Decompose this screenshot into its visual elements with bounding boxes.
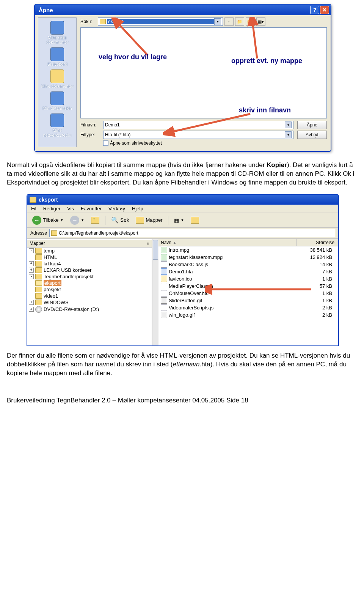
open-file-dialog: Åpne ? ✕ Mine siste dokumenter Skrivebor… <box>34 4 331 152</box>
close-tree-button[interactable]: × <box>147 241 150 246</box>
search-icon: 🔍 <box>111 216 119 224</box>
readonly-label: Åpne som skrivebeskyttet <box>110 140 162 146</box>
place-mydocs[interactable]: Mine dokumenter <box>38 68 76 90</box>
new-folder-button[interactable]: 📁* <box>246 17 255 26</box>
readonly-checkbox[interactable] <box>103 140 108 146</box>
look-in-dropdown[interactable]: eksport ▾ <box>98 17 223 26</box>
body-paragraph-1: Normalt vil også videofilene bli kopiert… <box>7 161 357 187</box>
back-button[interactable]: ←Tilbake▼ <box>30 214 66 226</box>
file-icon <box>161 276 167 282</box>
back-button[interactable]: ← <box>224 17 234 26</box>
file-icon <box>161 312 167 318</box>
folder-sync-button[interactable] <box>188 216 202 225</box>
tree-item[interactable]: +krl kap4 <box>27 260 152 267</box>
address-field[interactable]: C:\temp\Tegnbehandlerprosjekt\eksport <box>49 229 335 237</box>
filetype-value: Hta-fil (*.hta) <box>105 132 285 137</box>
column-size[interactable]: Størrelse <box>296 239 338 246</box>
file-area[interactable] <box>80 27 327 118</box>
file-icon <box>161 283 167 289</box>
tree-item[interactable]: -temp <box>27 248 152 254</box>
toolbar: ←Tilbake▼ →▼ ↑ 🔍Søk Mapper ▦▼ <box>27 213 338 228</box>
chevron-down-icon: ▾ <box>214 18 221 25</box>
dialog-titlebar: Åpne ? ✕ <box>35 5 331 15</box>
address-label: Adresse <box>30 230 47 236</box>
file-row[interactable]: SliderButton.gif1 kB <box>158 297 338 304</box>
file-icon <box>161 297 167 304</box>
tree-item[interactable]: HTML <box>27 254 152 260</box>
file-icon <box>161 290 167 296</box>
explorer-window: eksport Fil Rediger Vis Favoritter Verkt… <box>27 194 339 346</box>
chevron-down-icon: ▾ <box>285 131 292 138</box>
file-icon <box>161 304 167 311</box>
filetype-label: Filtype: <box>80 132 103 137</box>
tree-scrollbar[interactable] <box>152 239 158 345</box>
up-button[interactable]: ↑ <box>88 216 102 225</box>
file-list: Navn▲ Størrelse intro.mpg38 541 kBtegnst… <box>158 239 338 345</box>
tree-item[interactable]: -Tegnbehandlerprosjekt <box>27 273 152 280</box>
folder-icon <box>100 19 106 24</box>
view-menu-button[interactable]: ▦▾ <box>256 17 265 26</box>
views-button[interactable]: ▦▼ <box>171 216 187 224</box>
file-row[interactable]: favicon.ico1 kB <box>158 275 338 282</box>
menu-favorites[interactable]: Favoritter <box>81 206 102 211</box>
tree-item[interactable]: prosjekt <box>27 286 152 293</box>
menubar: Fil Rediger Vis Favoritter Verktøy Hjelp <box>27 205 338 213</box>
file-icon <box>161 261 167 268</box>
place-desktop[interactable]: Skrivebord <box>38 46 76 68</box>
tree-item[interactable]: eksport <box>27 280 152 286</box>
tree-item[interactable]: +LEXAR USB kortleser <box>27 267 152 273</box>
address-value: C:\temp\Tegnbehandlerprosjekt\eksport <box>59 230 138 236</box>
file-icon <box>161 247 167 253</box>
tree-item[interactable]: +DVD/CD-RW-stasjon (D:) <box>27 306 152 313</box>
menu-view[interactable]: Vis <box>67 206 74 211</box>
explorer-title: eksport <box>39 197 58 203</box>
look-in-label: Søk i: <box>80 19 98 24</box>
place-mycomputer[interactable]: Min datamaskin <box>38 90 76 112</box>
menu-edit[interactable]: Rediger <box>43 206 61 211</box>
cancel-button[interactable]: Avbryt <box>297 131 327 139</box>
place-network[interactable]: Mine nettverkssteder <box>38 112 76 139</box>
file-row[interactable]: OnMouseOver.htc1 kB <box>158 290 338 297</box>
folder-tree: Mapper× -tempHTML+krl kap4+LEXAR USB kor… <box>27 239 152 345</box>
file-icon <box>161 254 167 260</box>
places-bar: Mine siste dokumenter Skrivebord Mine do… <box>38 17 77 147</box>
menu-file[interactable]: Fil <box>31 206 36 211</box>
chevron-down-icon: ▾ <box>285 121 292 128</box>
column-name[interactable]: Navn▲ <box>158 239 296 246</box>
folders-button[interactable]: Mapper <box>133 216 165 225</box>
file-row[interactable]: tegnstart klasserom.mpg12 924 kB <box>158 254 338 261</box>
filetype-dropdown[interactable]: Hta-fil (*.hta) ▾ <box>103 131 293 139</box>
file-row[interactable]: BookmarkClass.js14 kB <box>158 261 338 268</box>
tree-header: Mapper <box>30 241 45 246</box>
forward-button[interactable]: →▼ <box>67 214 87 226</box>
dialog-title: Åpne <box>36 7 309 13</box>
folder-icon <box>30 197 36 203</box>
file-row[interactable]: intro.mpg38 541 kB <box>158 246 338 254</box>
place-recent[interactable]: Mine siste dokumenter <box>38 19 76 46</box>
file-row[interactable]: Demo1.hta7 kB <box>158 268 338 275</box>
explorer-titlebar: eksport <box>27 195 338 205</box>
address-bar: Adresse C:\temp\Tegnbehandlerprosjekt\ek… <box>27 228 338 239</box>
open-button[interactable]: Åpne <box>297 121 327 129</box>
filename-field[interactable]: Demo1 ▾ <box>103 121 293 129</box>
filename-label: Filnavn: <box>80 122 103 128</box>
look-in-value: eksport <box>107 19 214 24</box>
file-row[interactable]: MediaPlayerClass.js57 kB <box>158 282 338 290</box>
filename-value: Demo1 <box>105 122 285 128</box>
close-button[interactable]: ✕ <box>320 6 329 14</box>
file-row[interactable]: win_logo.gif2 kB <box>158 311 338 319</box>
search-button[interactable]: 🔍Søk <box>108 215 132 225</box>
menu-help[interactable]: Hjelp <box>132 206 143 211</box>
tree-item[interactable]: video1 <box>27 293 152 299</box>
menu-tools[interactable]: Verktøy <box>108 206 125 211</box>
file-row[interactable]: VideomalerScripts.js2 kB <box>158 304 338 311</box>
file-icon <box>161 268 167 275</box>
folder-icon <box>51 230 57 236</box>
body-paragraph-2: Der finner du alle filene som er nødvend… <box>7 352 357 378</box>
up-folder-button[interactable]: 📁 <box>235 17 244 26</box>
help-button[interactable]: ? <box>310 6 319 14</box>
page-footer: Brukerveiledning TegnBehandler 2.0 – Møl… <box>7 397 357 404</box>
tree-item[interactable]: +WINDOWS <box>27 299 152 306</box>
